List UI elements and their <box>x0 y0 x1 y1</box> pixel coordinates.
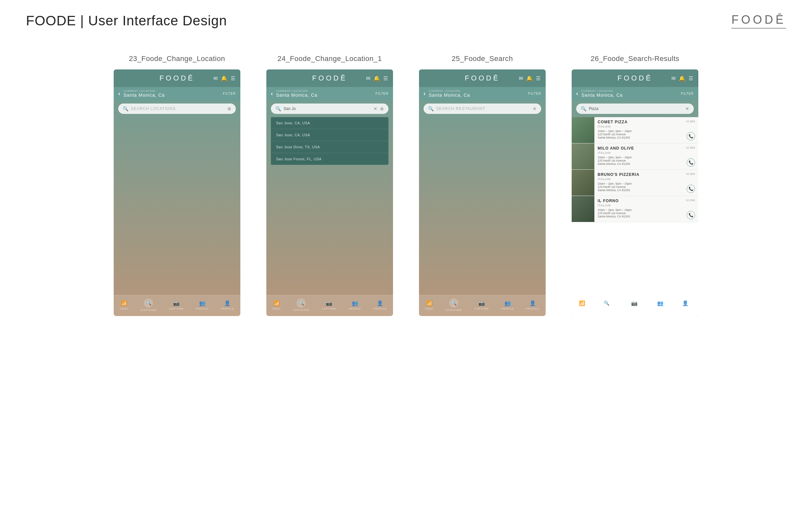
call-btn-4[interactable]: 📞 <box>687 211 695 219</box>
result-image-4 <box>572 196 594 222</box>
nav-capture-3[interactable]: 📷 CAPTURE <box>474 300 489 310</box>
nav-feed-1[interactable]: 📶 FEED <box>120 300 128 310</box>
result-category-4: ITALIAN <box>598 204 676 207</box>
result-distance-3: ~2.2mi <box>685 172 695 176</box>
page-header: FOODE | User Interface Design FOODĒ <box>0 0 812 35</box>
nav-discover-1[interactable]: 🔍 DISCOVER <box>140 299 157 312</box>
nav-capture-1[interactable]: 📷 CAPTURE <box>169 300 184 310</box>
nav-feed-4[interactable]: 📶 FEED <box>578 300 586 310</box>
top-icons-1: ✉ 🔔 ☰ <box>213 75 235 81</box>
people-label-1: PEOPLE <box>196 307 208 310</box>
search-bar-2: 🔍 San Jo ✕ ⊕ <box>266 100 393 117</box>
people-icon-2: 👥 <box>352 300 358 306</box>
discover-icon-1: 🔍 <box>144 299 153 308</box>
screen-3-wrapper: 25_Foode_Search FOODĒ ✉ 🔔 ☰ ‹ CURRENT LO… <box>419 55 546 316</box>
bell-icon-1[interactable]: 🔔 <box>221 75 227 81</box>
clear-icon-2[interactable]: ✕ <box>374 106 377 111</box>
nav-people-3[interactable]: 👥 PEOPLE <box>502 300 514 310</box>
call-btn-3[interactable]: 📞 <box>687 185 695 193</box>
location-name-2: Santa Monica, Ca <box>276 92 372 97</box>
menu-icon-2[interactable]: ☰ <box>383 75 388 81</box>
profile-label-1: PROFILE <box>221 307 234 310</box>
nav-profile-3[interactable]: 👤 PROFILE <box>526 300 539 310</box>
location-info-1: CURRENT LOCATION Santa Monica, Ca <box>124 90 220 97</box>
feed-icon-3: 📶 <box>426 300 433 306</box>
bell-icon-3[interactable]: 🔔 <box>526 75 533 81</box>
menu-icon-3[interactable]: ☰ <box>536 75 540 81</box>
filter-btn-3[interactable]: FILTER <box>528 92 541 95</box>
result-item-1[interactable]: COMET PIZZA ITALIAN 10am – 2pm, 5pm – 10… <box>572 117 698 144</box>
back-arrow-1[interactable]: ‹ <box>118 90 120 97</box>
menu-icon-1[interactable]: ☰ <box>231 75 235 81</box>
nav-feed-3[interactable]: 📶 FEED <box>425 300 433 310</box>
dropdown-item-2[interactable]: San Jose, CA, USA <box>271 129 389 141</box>
screen-2-label: 24_Foode_Change_Location_1 <box>277 55 382 63</box>
dropdown-item-3[interactable]: San Jose Drive, TX, USA <box>271 141 389 153</box>
nav-discover-2[interactable]: 🔍 DISCOVER <box>293 299 309 312</box>
nav-profile-1[interactable]: 👤 PROFILE <box>221 300 234 310</box>
result-item-4[interactable]: IL FORNO ITALIAN 10am – 2pm, 5pm – 10pm … <box>572 196 698 222</box>
result-distance-2: ~2.2mi <box>685 146 695 149</box>
search-input-wrapper-2[interactable]: 🔍 San Jo ✕ ⊕ <box>271 104 389 114</box>
mail-icon-2[interactable]: ✉ <box>366 75 370 81</box>
nav-discover-3[interactable]: 🔍 DISCOVER <box>446 299 462 312</box>
result-address-3: 123 North 1st Avenue <box>598 185 676 189</box>
location-label-3: CURRENT LOCATION <box>429 90 525 92</box>
bottom-nav-4: 📶 FEED 🔍 DISCOVER 📷 CAPTURE 👥 PEOPLE 👤 <box>572 295 698 316</box>
result-item-2[interactable]: MILO AND OLIVE ITALIAN 10am – 2pm, 5pm –… <box>572 144 698 170</box>
menu-icon-4[interactable]: ☰ <box>688 75 693 81</box>
result-image-1 <box>572 117 594 143</box>
filter-btn-4[interactable]: FILTER <box>681 92 694 95</box>
search-input-wrapper-3[interactable]: 🔍 SEARCH RESTAURANT ✕ <box>423 104 541 114</box>
nav-capture-4[interactable]: 📷 CAPTURE <box>627 300 641 310</box>
location-label-2: CURRENT LOCATION <box>276 90 372 92</box>
feed-label-1: FEED <box>120 307 128 310</box>
top-icons-2: ✉ 🔔 ☰ <box>366 75 388 81</box>
filter-btn-1[interactable]: FILTER <box>223 92 236 95</box>
nav-profile-2[interactable]: 👤 PROFILE <box>374 300 387 310</box>
brand-logo-top: FOODĒ <box>731 13 786 29</box>
gps-icon-1[interactable]: ⊕ <box>227 106 231 111</box>
people-label-2: PEOPLE <box>349 307 361 310</box>
result-hours-3: 10am – 2pm, 5pm – 10pm <box>598 182 676 185</box>
result-city-1: Santa Monica, CA 91203 <box>598 136 676 139</box>
filter-btn-2[interactable]: FILTER <box>376 92 389 95</box>
dropdown-item-4[interactable]: San Jose Forest, FL, USA <box>271 153 389 165</box>
clear-icon-3[interactable]: ✕ <box>533 106 537 111</box>
mail-icon-3[interactable]: ✉ <box>519 75 523 81</box>
search-input-wrapper-1[interactable]: 🔍 SEARCH LOCATIONS ⊕ <box>118 104 236 114</box>
back-arrow-2[interactable]: ‹ <box>271 90 273 97</box>
call-btn-1[interactable]: 📞 <box>687 132 695 140</box>
capture-icon-2: 📷 <box>326 300 332 306</box>
nav-discover-4[interactable]: 🔍 DISCOVER <box>598 299 614 312</box>
back-arrow-4[interactable]: ‹ <box>576 90 578 97</box>
location-bar-2: ‹ CURRENT LOCATION Santa Monica, Ca FILT… <box>266 87 393 100</box>
result-right-4: ~2.2mi 📞 <box>679 196 698 222</box>
result-image-2 <box>572 144 594 169</box>
result-name-3: BRUNO'S PIZZERIA <box>598 172 676 177</box>
nav-profile-4[interactable]: 👤 PROFILE <box>679 300 692 310</box>
discover-label-3: DISCOVER <box>446 309 462 312</box>
mail-icon-1[interactable]: ✉ <box>213 75 218 81</box>
nav-feed-2[interactable]: 📶 FEED <box>273 300 281 310</box>
people-icon-3: 👥 <box>504 300 511 306</box>
nav-people-1[interactable]: 👥 PEOPLE <box>196 300 208 310</box>
search-input-wrapper-4[interactable]: 🔍 Pizza ✕ <box>576 104 694 114</box>
call-btn-2[interactable]: 📞 <box>687 158 695 167</box>
mail-icon-4[interactable]: ✉ <box>671 75 676 81</box>
nav-capture-2[interactable]: 📷 CAPTURE <box>321 300 336 310</box>
bell-icon-4[interactable]: 🔔 <box>679 75 685 81</box>
gps-icon-2[interactable]: ⊕ <box>380 106 384 111</box>
bell-icon-2[interactable]: 🔔 <box>374 75 380 81</box>
nav-people-2[interactable]: 👥 PEOPLE <box>349 300 361 310</box>
result-right-1: ~2.2mi 📞 <box>679 117 698 143</box>
screen-2-wrapper: 24_Foode_Change_Location_1 FOODĒ ✉ 🔔 ☰ ‹… <box>266 55 393 316</box>
dropdown-item-1[interactable]: San Jose, CA, USA <box>271 117 389 129</box>
back-arrow-3[interactable]: ‹ <box>423 90 425 97</box>
search-bar-3: 🔍 SEARCH RESTAURANT ✕ <box>419 100 546 117</box>
result-item-3[interactable]: BRUNO'S PIZZERIA ITALIAN 10am – 2pm, 5pm… <box>572 170 698 196</box>
nav-people-4[interactable]: 👥 PEOPLE <box>654 300 667 310</box>
clear-icon-4[interactable]: ✕ <box>685 106 689 111</box>
screen-4-wrapper: 26_Foode_Search-Results FOODĒ ✉ 🔔 ☰ ‹ CU… <box>572 55 698 316</box>
location-bar-1: ‹ CURRENT LOCATION Santa Monica, Ca FILT… <box>114 87 240 100</box>
